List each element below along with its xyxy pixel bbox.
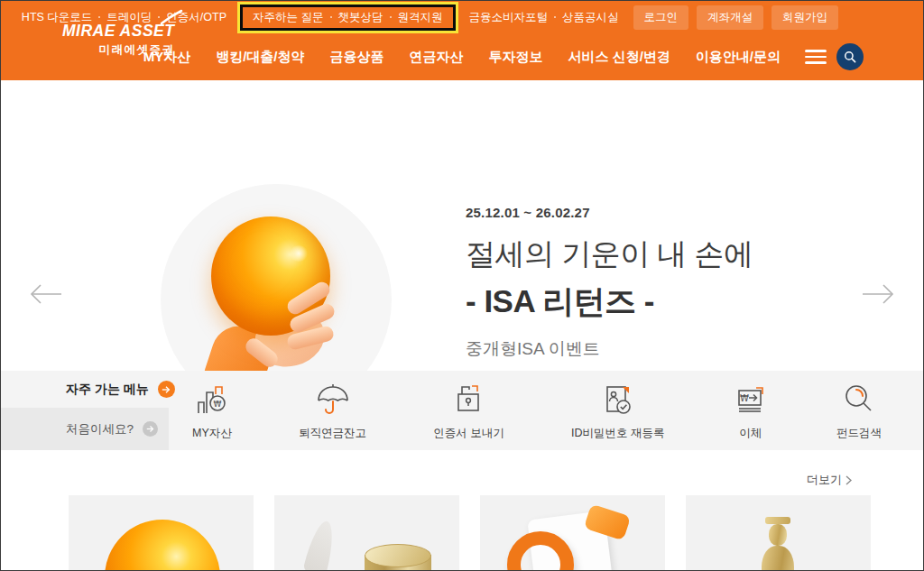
statue-crown-art bbox=[765, 517, 790, 524]
nav-service-request[interactable]: 서비스 신청/변경 bbox=[568, 49, 670, 66]
frequent-menu-row[interactable]: 자주 가는 메뉴 bbox=[1, 371, 169, 408]
quick-menu-bar: 자주 가는 메뉴 처음이세요? bbox=[1, 371, 923, 450]
dot-separator bbox=[390, 16, 392, 18]
hero-subtitle: 중개형ISA 이벤트 bbox=[466, 337, 753, 361]
quick-item-label: ID비밀번호 재등록 bbox=[571, 426, 664, 441]
quick-item-label: 이체 bbox=[739, 426, 762, 441]
quick-item-fund-search[interactable]: 펀드검색 bbox=[836, 381, 882, 441]
quick-menu-left-column: 자주 가는 메뉴 처음이세요? bbox=[1, 371, 169, 450]
utility-link-product-disclosure[interactable]: 상품공시실 bbox=[562, 10, 619, 25]
quick-item-retirement-pension[interactable]: 퇴직연금잔고 bbox=[299, 381, 366, 441]
hero-banner: 25.12.01 ~ 26.02.27 절세의 기운이 내 손에 - ISA 리… bbox=[1, 80, 923, 369]
first-visit-arrow-button[interactable] bbox=[143, 421, 158, 437]
signup-button[interactable]: 회원가입 bbox=[772, 5, 838, 30]
more-link[interactable]: 더보기 bbox=[807, 472, 852, 488]
feather-art bbox=[302, 519, 338, 571]
promo-card-isa-ball[interactable] bbox=[69, 495, 254, 571]
utility-link-chatbot[interactable]: 챗봇상담 bbox=[338, 10, 383, 25]
quick-item-send-certificate[interactable]: 인증서 보내기 bbox=[433, 381, 504, 441]
quick-item-label: 퇴직연금잔고 bbox=[299, 426, 366, 441]
statue-head-art bbox=[769, 524, 787, 546]
header: MIRAE ASSET 미래에셋증권 HTS 다운로드 트레이딩 인증서/OTP… bbox=[1, 1, 923, 80]
promo-card-report-magnifier[interactable] bbox=[480, 495, 665, 571]
dot-separator bbox=[554, 16, 556, 18]
nav-investment-info[interactable]: 투자정보 bbox=[488, 49, 542, 66]
utility-link-consumer-portal[interactable]: 금융소비자포털 bbox=[469, 10, 549, 25]
first-visit-row[interactable]: 처음이세요? bbox=[1, 408, 169, 450]
mirae-asset-homepage: MIRAE ASSET 미래에셋증권 HTS 다운로드 트레이딩 인증서/OTP… bbox=[0, 0, 924, 571]
login-button[interactable]: 로그인 bbox=[633, 5, 689, 30]
promo-card-gold-statue[interactable] bbox=[686, 495, 871, 571]
open-account-button[interactable]: 계좌개설 bbox=[697, 5, 763, 30]
utility-nav: HTS 다운로드 트레이딩 인증서/OTP 자주하는 질문 챗봇상담 원격지원 … bbox=[15, 1, 838, 33]
quick-item-id-password-reset[interactable]: ID비밀번호 재등록 bbox=[571, 381, 664, 441]
hero-title-line2: - ISA 리턴즈 - bbox=[466, 281, 753, 323]
statue-body-art bbox=[762, 546, 794, 571]
highlight-annotation-box: 자주하는 질문 챗봇상담 원격지원 bbox=[240, 5, 455, 31]
utility-link-hts-download[interactable]: HTS 다운로드 bbox=[22, 10, 92, 25]
umbrella-icon bbox=[314, 381, 352, 419]
nav-guide-inquiry[interactable]: 이용안내/문의 bbox=[696, 49, 781, 66]
carousel-prev-button[interactable] bbox=[28, 282, 64, 309]
quick-item-transfer[interactable]: ₩ 이체 bbox=[732, 381, 770, 441]
orange-ball-art bbox=[105, 520, 220, 571]
transfer-won-icon: ₩ bbox=[732, 381, 770, 419]
utility-link-trading[interactable]: 트레이딩 bbox=[106, 10, 152, 25]
certificate-lock-icon bbox=[449, 381, 487, 419]
quick-item-label: 펀드검색 bbox=[836, 426, 882, 441]
nav-pension-assets[interactable]: 연금자산 bbox=[409, 49, 463, 66]
assets-chart-won-icon: ₩ bbox=[193, 381, 231, 419]
quick-item-my-assets[interactable]: ₩ MY자산 bbox=[192, 381, 232, 441]
quick-item-label: 인증서 보내기 bbox=[433, 426, 504, 441]
main-nav: MY자산 뱅킹/대출/청약 금융상품 연금자산 투자정보 서비스 신청/변경 이… bbox=[131, 33, 864, 80]
promo-card-gold-coin[interactable] bbox=[274, 495, 459, 571]
ball-highlight bbox=[289, 245, 309, 262]
promo-card-list bbox=[69, 495, 871, 571]
search-icon[interactable] bbox=[836, 43, 864, 70]
dot-separator bbox=[330, 16, 332, 18]
quick-item-label: MY자산 bbox=[192, 426, 232, 441]
svg-text:₩: ₩ bbox=[213, 400, 221, 409]
utility-link-remote-support[interactable]: 원격지원 bbox=[398, 10, 443, 25]
dot-separator bbox=[158, 16, 160, 18]
svg-text:₩: ₩ bbox=[740, 393, 749, 403]
dot-separator bbox=[98, 16, 100, 18]
more-label: 더보기 bbox=[807, 472, 842, 488]
quick-menu-items: ₩ MY자산 퇴직연금잔고 bbox=[192, 371, 882, 450]
utility-link-certificate-otp[interactable]: 인증서/OTP bbox=[166, 10, 226, 25]
chevron-right-icon bbox=[845, 475, 852, 485]
fund-search-icon bbox=[840, 381, 878, 419]
nav-financial-products[interactable]: 금융상품 bbox=[329, 49, 383, 66]
hero-title-line1: 절세의 기운이 내 손에 bbox=[466, 235, 753, 275]
quick-menu-title: 자주 가는 메뉴 bbox=[66, 382, 149, 398]
quick-menu-arrow-button[interactable] bbox=[158, 381, 175, 398]
utility-link-faq[interactable]: 자주하는 질문 bbox=[253, 10, 323, 25]
event-period: 25.12.01 ~ 26.02.27 bbox=[466, 205, 753, 220]
first-visit-label: 처음이세요? bbox=[66, 421, 134, 437]
menu-icon[interactable] bbox=[804, 48, 827, 66]
promo-section: 더보기 bbox=[1, 450, 923, 571]
id-card-check-icon bbox=[599, 381, 637, 419]
carousel-next-button[interactable] bbox=[860, 282, 896, 309]
nav-my-assets[interactable]: MY자산 bbox=[143, 49, 191, 66]
gold-coin-top-art bbox=[365, 544, 431, 567]
nav-banking-loan[interactable]: 뱅킹/대출/청약 bbox=[216, 49, 304, 66]
